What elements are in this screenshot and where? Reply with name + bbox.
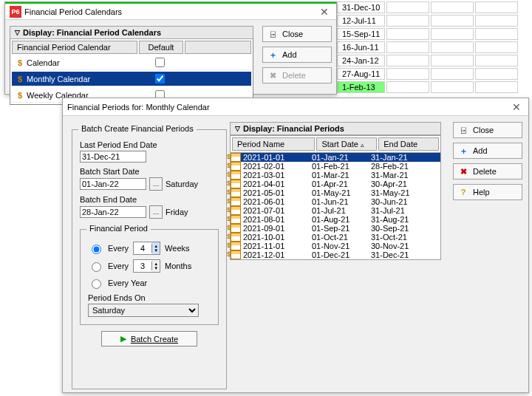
calendar-icon: $ — [15, 75, 25, 83]
delete-button[interactable]: ✖Delete — [453, 163, 522, 180]
period-icon — [231, 180, 241, 188]
period-row[interactable]: 2021-06-0101-Jun-2130-Jun-21 — [231, 197, 440, 206]
close-door-icon: ⍈ — [458, 125, 468, 135]
period-icon — [231, 153, 241, 162]
chevron-down-icon: ▽ — [15, 29, 20, 36]
period-row[interactable]: 2021-11-0101-Nov-2130-Nov-21 — [231, 242, 440, 250]
period-row[interactable]: 2021-07-0101-Jul-2131-Jul-21 — [231, 206, 440, 215]
periods-table[interactable]: Period Name Start Date ▵ End Date — [230, 135, 441, 153]
titlebar: Financial Periods for: Monthly Calendar … — [63, 98, 528, 116]
col-start-date[interactable]: Start Date ▵ — [316, 137, 377, 151]
period-row[interactable]: 2021-05-0101-May-2131-May-21 — [231, 188, 440, 197]
financial-period-group: Financial Period Every ▲▼ Weeks Every ▲▼… — [80, 229, 219, 325]
add-button[interactable]: ＋Add — [453, 143, 522, 159]
spin-down-icon[interactable]: ▼ — [151, 248, 160, 253]
calendar-table[interactable]: Financial Period Calendar Default $Calen… — [10, 39, 253, 105]
date-browse-button[interactable]: … — [149, 205, 163, 219]
default-checkbox[interactable] — [155, 58, 165, 67]
last-period-label: Last Period End Date — [80, 140, 219, 149]
fp-legend: Financial Period — [86, 224, 151, 233]
bg-date-cell: 31-Dec-10 — [337, 1, 385, 13]
period-row[interactable]: 2021-10-0101-Oct-2131-Oct-21 — [231, 233, 440, 242]
display-periods-bar[interactable]: ▽ Display: Financial Periods — [230, 122, 441, 135]
every-year-radio[interactable] — [92, 279, 101, 289]
sort-icon: ▵ — [361, 141, 364, 148]
window-title: Financial Periods for: Monthly Calendar — [67, 103, 210, 112]
calendar-row[interactable]: $Calendar — [12, 55, 251, 70]
last-period-input[interactable] — [80, 151, 146, 163]
x-icon: ✖ — [267, 70, 278, 81]
period-icon — [231, 171, 241, 180]
period-row[interactable]: 2021-03-0101-Mar-2131-Mar-21 — [231, 171, 440, 180]
period-icon — [231, 224, 241, 233]
bg-date-cell: 16-Jun-11 — [337, 41, 385, 53]
play-icon: ▶ — [120, 334, 126, 344]
period-icon — [231, 162, 241, 171]
plus-icon: ＋ — [458, 146, 468, 156]
col-default[interactable]: Default — [139, 41, 183, 54]
close-button[interactable]: ⍈Close — [262, 26, 332, 42]
period-icon — [231, 206, 241, 215]
period-icon — [231, 233, 241, 242]
close-icon[interactable]: ✕ — [509, 101, 524, 113]
months-input[interactable] — [134, 260, 151, 272]
period-icon — [231, 188, 241, 197]
period-icon — [231, 242, 241, 250]
col-end-date[interactable]: End Date — [378, 137, 439, 151]
period-row[interactable]: 2021-08-0101-Aug-2131-Aug-21 — [231, 215, 440, 224]
close-button[interactable]: ⍈Close — [453, 122, 522, 138]
period-row[interactable]: 2021-04-0101-Apr-2130-Apr-21 — [231, 180, 440, 188]
spin-down-icon[interactable]: ▼ — [151, 266, 160, 270]
default-checkbox[interactable] — [155, 74, 165, 83]
weeks-input[interactable] — [134, 242, 151, 254]
period-row[interactable]: 2021-12-0101-Dec-2131-Dec-21 — [231, 250, 440, 259]
app-icon: P6 — [10, 6, 21, 18]
every-weeks-radio[interactable] — [92, 245, 101, 254]
titlebar: P6 Financial Period Calendars ✕ — [5, 2, 336, 20]
batch-start-day: Saturday — [166, 180, 198, 188]
window-title: Financial Period Calendars — [24, 7, 122, 16]
close-door-icon: ⍈ — [267, 29, 278, 39]
date-browse-button[interactable]: … — [149, 177, 163, 191]
bg-date-cell: 24-Jan-12 — [337, 55, 385, 66]
period-icon — [231, 197, 241, 206]
period-row[interactable]: 2021-02-0101-Feb-2128-Feb-21 — [231, 162, 440, 171]
calendar-icon: $ — [15, 58, 25, 67]
bg-date-cell: 27-Aug-11 — [337, 68, 385, 80]
period-ends-select[interactable]: Saturday — [88, 304, 199, 317]
batch-legend: Batch Create Financial Periods — [78, 124, 197, 133]
every-months-radio[interactable] — [92, 262, 101, 272]
batch-create-group: Batch Create Financial Periods Last Peri… — [72, 129, 227, 389]
help-button[interactable]: ?Help — [453, 184, 522, 200]
plus-icon: ＋ — [267, 50, 278, 60]
help-icon: ? — [458, 187, 468, 197]
period-row[interactable]: 2021-01-0101-Jan-2131-Jan-21 — [231, 153, 440, 162]
batch-start-input[interactable] — [80, 178, 146, 190]
batch-end-input[interactable] — [80, 206, 146, 218]
batch-end-label: Batch End Date — [80, 195, 219, 204]
period-row[interactable]: 2021-09-0101-Sep-2130-Sep-21 — [231, 224, 440, 233]
close-icon[interactable]: ✕ — [317, 6, 332, 18]
calendar-row[interactable]: $Monthly Calendar — [12, 72, 251, 86]
chevron-down-icon: ▽ — [235, 125, 240, 132]
toolbar: ⍈Close ＋Add ✖Delete ?Help — [453, 122, 522, 205]
period-icon — [231, 250, 241, 259]
calendar-icon: $ — [15, 91, 25, 100]
batch-start-label: Batch Start Date — [80, 167, 219, 176]
financial-period-calendars-window: P6 Financial Period Calendars ✕ ▽ Displa… — [4, 1, 337, 95]
batch-create-button[interactable]: ▶ Batch Create — [101, 331, 197, 346]
bg-date-cell: 15-Sep-11 — [337, 28, 385, 40]
period-ends-label: Period Ends On — [88, 293, 211, 302]
period-icon — [231, 215, 241, 224]
toolbar: ⍈Close ＋Add ✖Delete — [262, 26, 332, 88]
col-name[interactable]: Financial Period Calendar — [12, 41, 137, 54]
display-bar[interactable]: ▽ Display: Financial Period Calendars — [10, 26, 253, 39]
batch-end-day: Friday — [166, 208, 188, 216]
delete-button[interactable]: ✖Delete — [262, 67, 332, 83]
add-button[interactable]: ＋Add — [262, 47, 332, 63]
col-period-name[interactable]: Period Name — [232, 137, 315, 151]
bg-date-cell: 1-Feb-13 — [337, 81, 385, 93]
display-periods-label: Display: Financial Periods — [243, 124, 344, 133]
financial-periods-window: Financial Periods for: Monthly Calendar … — [62, 98, 529, 393]
bg-date-cell: 12-Jul-11 — [337, 15, 385, 27]
